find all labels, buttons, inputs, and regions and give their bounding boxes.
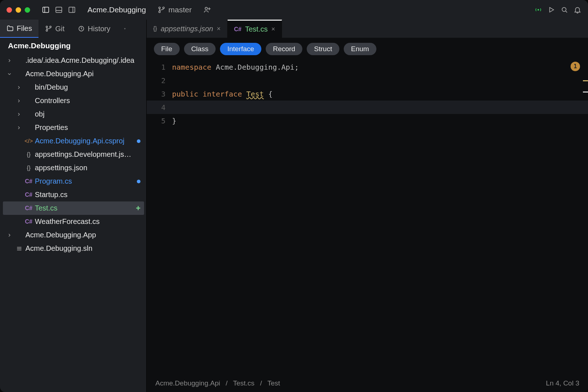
warning-badge[interactable]: 1	[571, 62, 580, 71]
tree-node-label: bin/Debug	[35, 83, 68, 91]
editor-tab[interactable]: C#Test.cs×	[228, 20, 282, 38]
svg-rect-2	[56, 7, 62, 13]
type-chip[interactable]: Struct	[307, 43, 339, 55]
breadcrumb-item[interactable]: Test.cs	[233, 379, 254, 387]
tree-node[interactable]: C#Test.cs+	[3, 201, 144, 215]
tree-node[interactable]: Acme.Debugging.Api	[3, 67, 144, 81]
tree-node[interactable]: {}appsettings.json	[3, 161, 144, 175]
notifications-icon[interactable]	[573, 6, 581, 14]
tree-node[interactable]: C#Program.cs	[3, 175, 144, 188]
line-number: 3	[147, 90, 172, 98]
tree-node[interactable]: </>Acme.Debugging.Api.csproj	[3, 134, 144, 148]
modified-dot	[137, 139, 140, 143]
titlebar: Acme.Debugging master	[0, 0, 588, 20]
chevron-right-icon[interactable]	[6, 233, 13, 238]
chevron-right-icon[interactable]	[15, 125, 23, 130]
tab-add[interactable]	[117, 20, 133, 38]
code-keyword: public	[172, 90, 198, 98]
tree-node[interactable]: bin/Debug	[3, 81, 144, 94]
breadcrumb-item[interactable]: Test	[268, 379, 280, 387]
tab-history-label: History	[88, 25, 110, 33]
chevron-right-icon[interactable]	[15, 85, 23, 90]
chevron-right-icon[interactable]	[15, 98, 23, 103]
file-tree: .idea/.idea.Acme.Debugging/.ideaAcme.Deb…	[0, 53, 146, 257]
live-icon[interactable]	[534, 6, 542, 14]
type-chip[interactable]: File	[154, 43, 180, 55]
tree-node-label: Acme.Debugging.Api	[25, 70, 94, 78]
tree-node-label: Controllers	[35, 97, 70, 105]
svg-point-6	[159, 7, 160, 9]
type-chip[interactable]: Class	[184, 43, 216, 55]
tree-node-label: .idea/.idea.Acme.Debugging/.idea	[25, 56, 134, 65]
added-plus: +	[136, 207, 140, 210]
chevron-down-icon[interactable]	[6, 72, 13, 77]
svg-rect-0	[43, 7, 49, 13]
panel-left-icon[interactable]	[42, 6, 50, 14]
close-icon[interactable]: ×	[217, 25, 221, 33]
svg-point-16	[46, 26, 48, 28]
tree-node[interactable]: Acme.Debugging.App	[3, 228, 144, 242]
code-text: }	[172, 117, 176, 125]
type-chip[interactable]: Record	[266, 43, 302, 55]
sidebar-tabs: Files Git History	[0, 20, 146, 38]
editor-tab-label: appsettings.json	[161, 25, 213, 33]
git-branch[interactable]: master	[158, 5, 192, 14]
tab-files[interactable]: Files	[0, 20, 38, 38]
chevron-right-icon[interactable]	[15, 112, 23, 117]
type-chip[interactable]: Enum	[344, 43, 376, 55]
code-text: {	[264, 90, 273, 98]
project-root[interactable]: Acme.Debugging	[0, 38, 146, 53]
chevron-right-icon[interactable]	[6, 58, 13, 63]
svg-point-12	[538, 9, 539, 11]
editor-tab[interactable]: {}appsettings.json×	[147, 20, 228, 38]
tree-node-label: Acme.Debugging.sln	[25, 244, 93, 253]
tab-git[interactable]: Git	[38, 20, 71, 38]
tree-node[interactable]: C#Startup.cs	[3, 188, 144, 201]
code-keyword: interface	[203, 90, 242, 98]
line-number: 1	[147, 63, 172, 72]
tree-node-label: WeatherForecast.cs	[35, 217, 100, 226]
tree-node[interactable]: Acme.Debugging.sln	[3, 242, 144, 255]
panel-bottom-icon[interactable]	[55, 6, 63, 14]
svg-point-7	[159, 11, 160, 13]
branch-icon	[158, 6, 166, 14]
code-area[interactable]: 1 1 namespace Acme.Debugging.Api; 2 3 pu…	[147, 60, 588, 375]
minimize-window[interactable]	[16, 7, 21, 13]
breadcrumb-bar: Acme.Debugging.Api / Test.cs / Test Ln 4…	[147, 375, 588, 392]
svg-point-18	[50, 26, 51, 28]
editor-tab-label: Test.cs	[245, 25, 268, 33]
code-caret-line	[172, 103, 181, 112]
svg-rect-4	[69, 7, 75, 13]
history-icon	[78, 25, 85, 32]
tree-node[interactable]: C#WeatherForecast.cs	[3, 215, 144, 228]
tree-node-label: Properties	[35, 123, 68, 132]
project-name[interactable]: Acme.Debugging	[87, 5, 146, 14]
code-with-me-icon[interactable]	[203, 6, 211, 14]
tree-node[interactable]: obj	[3, 107, 144, 121]
caret-position[interactable]: Ln 4, Col 3	[546, 379, 579, 387]
zoom-window[interactable]	[25, 7, 30, 13]
type-chip[interactable]: Interface	[220, 43, 261, 55]
panel-right-icon[interactable]	[68, 6, 76, 14]
tree-node[interactable]: {}appsettings.Development.js…	[3, 148, 144, 161]
tree-node-label: Acme.Debugging.App	[25, 231, 96, 239]
svg-point-9	[205, 7, 207, 9]
svg-marker-13	[550, 8, 554, 12]
tab-history[interactable]: History	[71, 20, 117, 38]
tree-node[interactable]: Properties	[3, 121, 144, 134]
window-controls	[7, 7, 30, 13]
line-number: 5	[147, 117, 172, 125]
tree-node-label: appsettings.json	[35, 164, 87, 172]
tree-node[interactable]: Controllers	[3, 94, 144, 107]
tree-node-label: Test.cs	[35, 204, 57, 212]
svg-point-8	[163, 7, 164, 9]
tree-node[interactable]: .idea/.idea.Acme.Debugging/.idea	[3, 54, 144, 67]
close-window[interactable]	[7, 7, 12, 13]
type-chips: FileClassInterfaceRecordStructEnum	[147, 38, 588, 60]
close-icon[interactable]: ×	[271, 25, 275, 33]
run-icon[interactable]	[547, 6, 555, 14]
search-icon[interactable]	[560, 6, 568, 14]
breadcrumb-item[interactable]: Acme.Debugging.Api	[155, 379, 220, 387]
tree-node-label: Acme.Debugging.Api.csproj	[35, 137, 124, 145]
scrollbar-marks	[583, 80, 588, 103]
